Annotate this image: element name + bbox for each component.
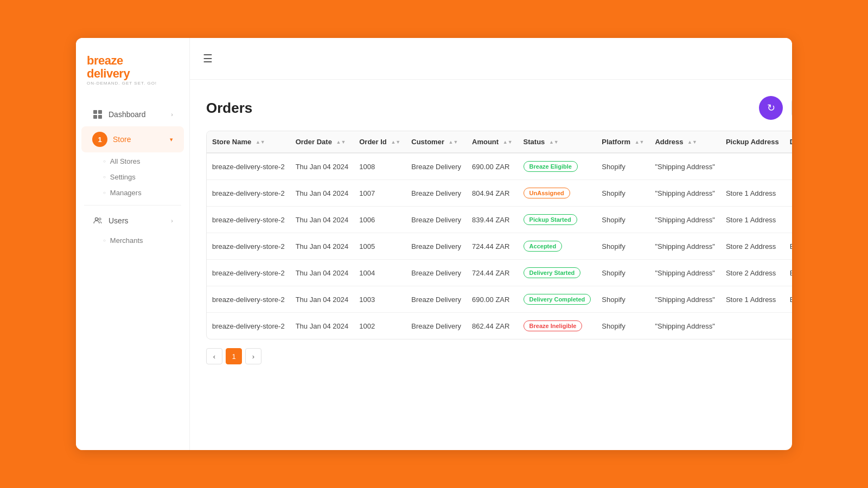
cell-driver: Breaze Driver 2: [784, 260, 792, 286]
col-status: Status ▲▼: [518, 131, 597, 153]
managers-label: Managers: [110, 189, 142, 197]
content-area: ☰ B Orders ↻ Select Batch Action: [190, 38, 792, 450]
cell-customer: Breaze Delivery: [406, 260, 467, 286]
table-row: breaze-delivery-store-2Thu Jan 04 202410…: [207, 233, 792, 260]
cell-platform: Shopify: [596, 180, 649, 207]
sort-amount-icon[interactable]: ▲▼: [503, 140, 513, 145]
cell-order-id: 1002: [354, 313, 406, 339]
cell-order-date: Thu Jan 04 2024: [290, 286, 354, 313]
sort-customer-icon[interactable]: ▲▼: [449, 140, 458, 145]
status-badge: Delivery Completed: [524, 294, 591, 305]
sidebar-item-dashboard[interactable]: Dashboard ›: [81, 104, 184, 125]
cell-pickup-address: Store 1 Address: [720, 207, 784, 233]
cell-platform: Shopify: [596, 260, 649, 286]
cell-store-name: breaze-delivery-store-2: [207, 286, 290, 313]
table-header-row: Store Name ▲▼ Order Date ▲▼ Order Id ▲▼ …: [207, 131, 792, 153]
cell-store-name: breaze-delivery-store-2: [207, 233, 290, 260]
cell-customer: Breaze Delivery: [406, 233, 467, 260]
users-icon: [92, 215, 103, 226]
sidebar-item-settings[interactable]: Settings: [76, 169, 189, 185]
store-number-icon: 1: [92, 132, 107, 147]
page-title: Orders: [206, 100, 252, 117]
cell-pickup-address: [720, 313, 784, 339]
sidebar-item-store[interactable]: 1 Store ▾: [81, 126, 184, 152]
cell-store-name: breaze-delivery-store-2: [207, 313, 290, 339]
cell-driver: [784, 313, 792, 339]
cell-customer: Breaze Delivery: [406, 180, 467, 207]
sort-store-name-icon[interactable]: ▲▼: [256, 140, 265, 145]
sidebar: breaze delivery ON-DEMAND. GET SET. GO! …: [76, 38, 190, 450]
logo-tagline: ON-DEMAND. GET SET. GO!: [87, 81, 178, 86]
sort-order-date-icon[interactable]: ▲▼: [336, 140, 346, 145]
sidebar-item-managers[interactable]: Managers: [76, 185, 189, 201]
sidebar-item-users[interactable]: Users ›: [81, 210, 184, 232]
cell-store-name: breaze-delivery-store-2: [207, 153, 290, 180]
pagination-page-1-button[interactable]: 1: [226, 348, 242, 364]
cell-store-name: breaze-delivery-store-2: [207, 207, 290, 233]
sort-status-icon[interactable]: ▲▼: [549, 140, 559, 145]
table-row: breaze-delivery-store-2Thu Jan 04 202410…: [207, 260, 792, 286]
sidebar-dashboard-label: Dashboard: [108, 110, 146, 119]
grid-icon: [92, 109, 103, 120]
cell-customer: Breaze Delivery: [406, 207, 467, 233]
cell-order-id: 1006: [354, 207, 406, 233]
cell-order-date: Thu Jan 04 2024: [290, 180, 354, 207]
table-row: breaze-delivery-store-2Thu Jan 04 202410…: [207, 313, 792, 339]
settings-label: Settings: [110, 173, 136, 181]
svg-point-0: [95, 218, 98, 221]
page-header: Orders ↻ Select Batch Action Create Orde…: [206, 96, 792, 120]
sort-address-icon[interactable]: ▲▼: [687, 140, 697, 145]
sidebar-item-merchants[interactable]: Merchants: [76, 233, 189, 248]
cell-status: Pickup Started: [518, 207, 597, 233]
cell-status: Breaze Ineligible: [518, 313, 597, 339]
table-row: breaze-delivery-store-2Thu Jan 04 202410…: [207, 180, 792, 207]
table-row: breaze-delivery-store-2Thu Jan 04 202410…: [207, 207, 792, 233]
cell-customer: Breaze Delivery: [406, 153, 467, 180]
cell-address: "Shipping Address": [649, 180, 720, 207]
cell-status: Breaze Eligible: [518, 153, 597, 180]
table-row: breaze-delivery-store-2Thu Jan 04 202410…: [207, 286, 792, 313]
cell-order-date: Thu Jan 04 2024: [290, 153, 354, 180]
status-badge: Delivery Started: [524, 267, 581, 278]
col-order-date: Order Date ▲▼: [290, 131, 354, 153]
col-pickup-address: Pickup Address: [720, 131, 784, 153]
sort-platform-icon[interactable]: ▲▼: [635, 140, 644, 145]
batch-action-select[interactable]: Select Batch Action: [792, 98, 792, 118]
refresh-button[interactable]: ↻: [759, 96, 783, 120]
cell-order-date: Thu Jan 04 2024: [290, 207, 354, 233]
col-platform: Platform ▲▼: [596, 131, 649, 153]
col-store-name: Store Name ▲▼: [207, 131, 290, 153]
cell-order-id: 1007: [354, 180, 406, 207]
cell-amount: 804.94 ZAR: [467, 180, 518, 207]
cell-customer: Breaze Delivery: [406, 313, 467, 339]
cell-driver: [784, 207, 792, 233]
cell-status: Delivery Completed: [518, 286, 597, 313]
pagination-next-button[interactable]: ›: [245, 348, 261, 364]
merchants-label: Merchants: [110, 236, 143, 245]
table-body: breaze-delivery-store-2Thu Jan 04 202410…: [207, 153, 792, 339]
pagination-prev-button[interactable]: ‹: [206, 348, 222, 364]
cell-amount: 862.44 ZAR: [467, 313, 518, 339]
all-stores-label: All Stores: [110, 157, 141, 165]
svg-point-1: [99, 218, 101, 220]
cell-pickup-address: Store 1 Address: [720, 180, 784, 207]
cell-customer: Breaze Delivery: [406, 286, 467, 313]
dashboard-chevron-icon: ›: [171, 111, 173, 118]
sort-order-id-icon[interactable]: ▲▼: [391, 140, 400, 145]
cell-address: "Shipping Address": [649, 233, 720, 260]
logo: breaze delivery ON-DEMAND. GET SET. GO!: [76, 49, 189, 102]
users-chevron-icon: ›: [171, 217, 173, 224]
sidebar-divider: [84, 205, 181, 206]
pagination: ‹ 1 ›: [206, 348, 792, 364]
col-driver: Driver: [784, 131, 792, 153]
cell-order-date: Thu Jan 04 2024: [290, 313, 354, 339]
hamburger-menu-icon[interactable]: ☰: [203, 52, 213, 65]
cell-amount: 690.00 ZAR: [467, 286, 518, 313]
orders-table: Store Name ▲▼ Order Date ▲▼ Order Id ▲▼ …: [207, 131, 792, 339]
status-badge: Accepted: [524, 241, 563, 252]
sidebar-item-all-stores[interactable]: All Stores: [76, 153, 189, 169]
logo-line2: delivery: [87, 67, 178, 80]
cell-amount: 839.44 ZAR: [467, 207, 518, 233]
col-amount: Amount ▲▼: [467, 131, 518, 153]
store-chevron-icon: ▾: [170, 136, 173, 143]
